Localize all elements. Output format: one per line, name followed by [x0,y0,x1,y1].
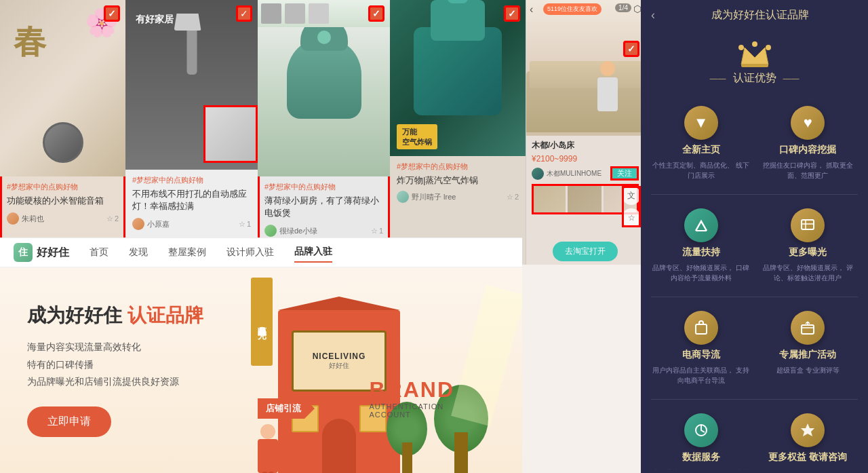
apply-button[interactable]: 立即申请 [27,406,111,437]
star-count: ☆ 1 [239,220,251,229]
adv-desc-1: 个性主页定制、商品优化、 线下门店展示 [651,160,751,181]
card5-seller: 木都MULINHOME 关注 [532,166,639,181]
adv-title-3: 流量扶持 [682,246,720,259]
brand-desc-2: 特有的口碑传播 [27,356,244,373]
card2-title: 不用布线不用打孔的自动感应灯！幸福感拉满 [132,188,251,212]
thumb-1 [532,184,566,214]
separator-2 [651,297,858,297]
author-name: 小原嘉 [147,219,170,229]
nav-logo[interactable]: 住 好好住 [14,243,69,262]
brand-desc: 海量内容实现流量高效转化 特有的口碑传播 为品牌曝光和店铺引流提供良好资源 [27,339,244,390]
author-name: 很绿de小绿 [279,226,317,236]
card3-image [258,0,390,176]
brand-big-label: BRAND [369,377,454,402]
adv-icon-2: ♥ [791,106,825,140]
nav-designer[interactable]: 设计师入驻 [226,243,274,262]
adv-title-7: 数据服务 [682,451,720,463]
card1-title: 功能硬核的小米智能音箱 [7,195,119,207]
feed-card-4[interactable]: 万能空气炸锅 #梦想家中的点购好物 炸万物|蒸汽空气炸锅 野川晴子 lree ☆… [390,0,526,265]
brand-desc-3: 为品牌曝光和店铺引流提供良好资源 [27,373,244,390]
brand-text-overlay: BRAND AUTHENTICATION ACCOUNT [369,377,454,419]
card5-checkbox[interactable] [623,41,639,57]
svg-marker-13 [801,423,814,436]
adv-icon-6 [791,311,825,345]
follow-button[interactable]: 关注 [610,166,639,181]
brand-title: 成为好好住 认证品牌 [27,303,244,328]
card4-info: #梦想家中的点购好物 炸万物|蒸汽空气炸锅 野川晴子 lree ☆ 2 [390,156,526,208]
author-avatar [264,225,277,237]
nav-discover[interactable]: 发现 [129,243,148,262]
advantage-new-homepage: ▼ 全新主页 个性主页定制、商品优化、 线下门店展示 [651,106,751,181]
advantage-data-service: 数据服务 为运营决策提供 有效的数据支持 [651,413,751,470]
go-store-button[interactable]: 去淘宝打开 [553,242,618,261]
brand-section: 成为好好住 认证品牌 海量内容实现流量高效转化 特有的口碑传播 为品牌曝光和店铺… [0,267,522,473]
side-action-2[interactable]: ☆ [622,208,641,227]
feed-card-2[interactable]: 有好家居 ✓ #梦想家中的点购好物 不用布线不用打孔的自动感应灯！幸福感拉满 小… [125,0,258,265]
adv-title-8: 更多权益 敬请咨询 [768,451,847,463]
card3-checkbox[interactable] [368,5,384,22]
right-panel-title: 成为好好住认证品牌 [662,8,858,22]
card2-checkbox[interactable]: ✓ [236,5,252,22]
card3-info: #梦想家中的点购好物 薄荷绿小厨房，有了薄荷绿小电饭煲 很绿de小绿 ☆ 1 [258,176,390,242]
card2-sub-image [203,105,258,163]
card4-checkbox[interactable] [504,5,520,22]
card5-share-icon[interactable]: ⬡ [633,3,641,14]
brand-title-highlight: 认证品牌 [127,305,203,326]
card5-page: 1/4 [615,3,631,12]
seller-avatar [532,168,544,180]
card3-title: 薄荷绿小厨房，有了薄荷绿小电饭煲 [264,195,383,219]
adv-desc-4: 品牌专区、好物频道展示， 评论、标签触达潜在用户 [758,263,859,283]
card3-tag: #梦想家中的点购好物 [264,182,383,192]
feed-card-1[interactable]: 春 🌸 #梦想家中的点购好物 功能硬核的小米智能音箱 朱莉也 ☆ 2 [0,0,125,265]
nav-bar: 住 好好住 首页 发现 整屋案例 设计师入驻 品牌入驻 [0,238,522,267]
nav-cases[interactable]: 整屋案例 [168,243,206,262]
card1-tag: #梦想家中的点购好物 [7,182,119,192]
card4-title: 炸万物|蒸汽空气炸锅 [397,174,519,187]
seller-name: 木都MULINHOME [547,169,601,178]
card2-tag: #梦想家中的点购好物 [132,175,251,185]
feed-card-3[interactable]: #梦想家中的点购好物 薄荷绿小厨房，有了薄荷绿小电饭煲 很绿de小绿 ☆ 1 [258,0,390,265]
spring-text: 春 [14,20,46,64]
right-content: 认证优势 ▼ 全新主页 个性主页定制、商品优化、 线下门店展示 ♥ 口碑内容挖掘… [641,31,868,470]
feed-card-5[interactable]: ‹ ⬡ 5119位住友友喜欢 1/4 木都/小岛床 ¥2100~9999 木都M… [526,0,641,265]
right-back-icon[interactable]: ‹ [651,8,655,22]
card1-checkbox[interactable] [104,5,120,22]
logo-text: 好好住 [37,246,69,260]
card5-top-image: ‹ ⬡ 5119位住友友喜欢 1/4 [526,0,641,136]
card4-image: 万能空气炸锅 [390,0,526,156]
figure-body [258,439,278,473]
svg-marker-0 [741,48,768,64]
follow-btn-wrapper: 关注 [610,166,639,181]
adv-desc-3: 品牌专区、好物频道展示， 口碑内容给予流量额外料 [651,263,751,283]
adv-icon-5 [684,311,718,345]
arrow-text: 店铺引流 [258,398,315,419]
card5-product-title: 木都/小岛床 [532,140,639,151]
brand-text-area: 成为好好住 认证品牌 海量内容实现流量高效转化 特有的口碑传播 为品牌曝光和店铺… [27,303,244,437]
feed-area: 春 🌸 #梦想家中的点购好物 功能硬核的小米智能音箱 朱莉也 ☆ 2 [0,0,641,265]
brand-desc-1: 海量内容实现流量高效转化 [27,339,244,356]
advantage-exclusive-promo: 专属推广活动 超级盲盒 专业测评等 [758,311,859,385]
card4-author: 野川晴子 lree ☆ 2 [397,191,519,203]
brand-title-part1: 成为好好住 [27,305,122,326]
advantage-traffic-support: 流量扶持 品牌专区、好物频道展示， 口碑内容给予流量额外料 [651,208,751,283]
svg-rect-10 [802,325,814,334]
side-action-1[interactable]: 文 [622,186,641,205]
shop-flow-banner: 店铺引流 [258,398,315,419]
brand-auth-label: AUTHENTICATION [369,402,454,411]
card1-info: #梦想家中的点购好物 功能硬核的小米智能音箱 朱莉也 ☆ 2 [0,176,125,230]
main-section: 春 🌸 #梦想家中的点购好物 功能硬核的小米智能音箱 朱莉也 ☆ 2 [0,0,641,473]
crown-icon [738,41,772,68]
nav-brand[interactable]: 品牌入驻 [294,242,332,263]
card5-back-icon[interactable]: ‹ [530,3,533,16]
nav-home[interactable]: 首页 [90,243,108,262]
thumb-2 [568,184,601,214]
card2-info: #梦想家中的点购好物 不用布线不用打孔的自动感应灯！幸福感拉满 小原嘉 ☆ 1 [125,170,258,235]
card4-tag: #梦想家中的点购好物 [397,162,519,172]
adv-title-4: 更多曝光 [789,246,827,259]
author-avatar [132,218,144,230]
tree2-trunk [402,442,412,473]
adv-icon-1: ▼ [684,106,718,140]
star-count: ☆ 2 [106,214,119,223]
brand-acct-label: ACCOUNT [369,411,454,419]
adv-desc-7: 为运营决策提供 有效的数据支持 [652,468,749,470]
